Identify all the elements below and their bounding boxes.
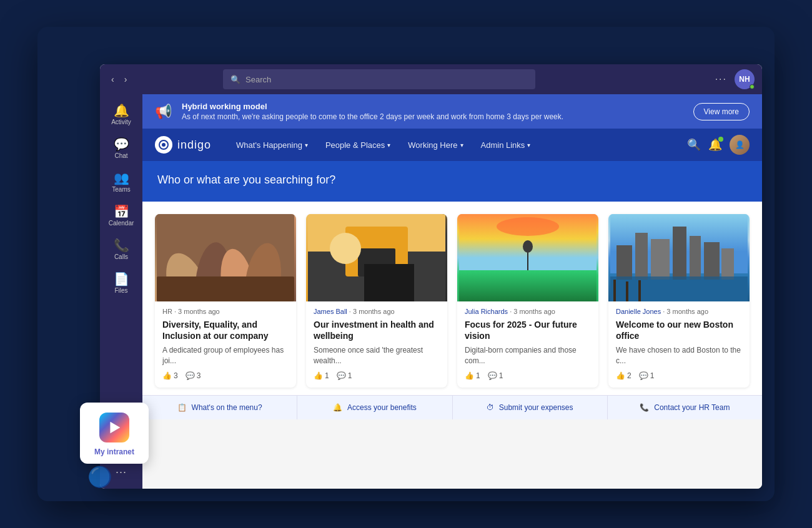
- card-vision[interactable]: Julia Richards · 3 months ago Focus for …: [457, 214, 598, 388]
- card-meta: HR · 3 months ago: [162, 308, 289, 315]
- like-count: 1: [476, 371, 480, 380]
- svg-rect-21: [616, 245, 632, 280]
- title-bar: ‹ › 🔍 ··· NH: [100, 64, 762, 94]
- outer-frame: ‹ › 🔍 ··· NH 🔔 Activity: [37, 27, 775, 501]
- more-options-button[interactable]: ···: [715, 74, 727, 85]
- chevron-down-icon: ▾: [460, 142, 463, 149]
- svg-point-12: [330, 233, 361, 264]
- files-icon: 📄: [114, 273, 129, 285]
- card-author: HR: [162, 308, 172, 315]
- card-author: Danielle Jones: [616, 308, 661, 315]
- comment-icon: 💬: [337, 371, 346, 380]
- card-excerpt: We have chosen to add Boston to the c...: [616, 345, 742, 366]
- sidebar-item-calendar[interactable]: 📅 Calendar: [103, 200, 139, 232]
- comment-icon: 💬: [186, 371, 195, 380]
- comment-count: 1: [499, 371, 503, 380]
- comment-icon: 💬: [488, 371, 497, 380]
- sidebar-item-label: Chat: [114, 152, 127, 159]
- hero-search[interactable]: Who or what are you searching for?: [142, 161, 762, 202]
- nav-whats-happening[interactable]: What's Happening ▾: [229, 135, 315, 155]
- nav-admin-links[interactable]: Admin Links ▾: [473, 135, 538, 155]
- sidebar-item-teams[interactable]: 👥 Teams: [103, 167, 139, 198]
- card-actions: 👍 1 💬 1: [465, 371, 591, 380]
- card-likes: 👍 1: [465, 371, 480, 380]
- nav-links: What's Happening ▾ People & Places ▾ Wor…: [229, 135, 685, 155]
- card-excerpt: Digital-born companies and those com...: [465, 345, 591, 366]
- user-initials: NH: [739, 75, 750, 84]
- back-button[interactable]: ‹: [107, 72, 118, 87]
- card-time: 3 months ago: [666, 308, 708, 315]
- card-likes: 👍 1: [314, 371, 329, 380]
- card-title: Focus for 2025 - Our future vision: [465, 319, 591, 341]
- nav-people-places[interactable]: People & Places ▾: [318, 135, 398, 155]
- chevron-down-icon: ▾: [305, 142, 308, 149]
- comment-count: 3: [197, 371, 201, 380]
- card-excerpt: Someone once said 'the greatest wealth..…: [314, 345, 440, 366]
- sidebar-item-files[interactable]: 📄 Files: [103, 268, 139, 299]
- card-body: HR · 3 months ago Diversity, Equality, a…: [155, 301, 296, 388]
- quick-link-hr[interactable]: 📞 Contact your HR Team: [608, 396, 762, 419]
- notification-button[interactable]: 🔔: [708, 138, 722, 152]
- notification-dot: [718, 137, 723, 142]
- card-actions: 👍 2 💬 1: [616, 371, 742, 380]
- quick-link-menu[interactable]: 📋 What's on the menu?: [142, 396, 297, 419]
- sidebar-item-label: Activity: [111, 119, 131, 125]
- card-comments: 💬 1: [337, 371, 352, 380]
- logo-text: indigo: [177, 139, 211, 152]
- svg-rect-15: [459, 270, 597, 301]
- svg-rect-30: [626, 281, 628, 301]
- card-likes: 👍 2: [616, 371, 631, 380]
- online-indicator: [750, 84, 755, 89]
- nav-working-here[interactable]: Working Here ▾: [400, 135, 470, 155]
- card-diversity[interactable]: HR · 3 months ago Diversity, Equality, a…: [155, 214, 296, 388]
- svg-rect-23: [651, 239, 670, 280]
- sidebar-more-button[interactable]: ···: [111, 461, 132, 484]
- like-icon: 👍: [314, 371, 323, 380]
- announcement-text: Hybrid working model As of next month, w…: [182, 102, 683, 121]
- card-meta: James Ball · 3 months ago: [314, 308, 440, 315]
- search-icon-button[interactable]: 🔍: [687, 138, 701, 152]
- quick-link-benefits[interactable]: 🔔 Access your benefits: [297, 396, 452, 419]
- chevron-down-icon: ▾: [387, 142, 390, 149]
- nav-user-avatar[interactable]: 👤: [730, 135, 750, 155]
- card-likes: 👍 3: [162, 371, 178, 380]
- forward-button[interactable]: ›: [121, 72, 131, 87]
- like-count: 1: [325, 371, 329, 380]
- hr-icon: 📞: [640, 403, 649, 412]
- sidebar-item-calls[interactable]: 📞 Calls: [103, 234, 139, 265]
- card-boston[interactable]: Danielle Jones · 3 months ago Welcome to…: [608, 214, 750, 388]
- quick-link-expenses[interactable]: ⏱ Submit your expenses: [453, 396, 608, 419]
- card-meta: Julia Richards · 3 months ago: [465, 308, 591, 315]
- quick-links-bar: 📋 What's on the menu? 🔔 Access your bene…: [142, 395, 762, 419]
- card-author: James Ball: [314, 308, 347, 315]
- card-actions: 👍 1 💬 1: [314, 371, 440, 380]
- card-health[interactable]: James Ball · 3 months ago Our investment…: [306, 214, 447, 388]
- svg-rect-22: [635, 233, 648, 280]
- title-search-bar[interactable]: 🔍: [223, 69, 535, 89]
- menu-icon: 📋: [177, 403, 187, 412]
- view-more-button[interactable]: View more: [693, 103, 750, 120]
- like-icon: 👍: [465, 371, 474, 380]
- svg-marker-32: [110, 422, 120, 434]
- office-illustration: [306, 214, 447, 301]
- card-image-boston: [608, 214, 750, 301]
- card-excerpt: A dedicated group of employees has joi..…: [162, 345, 289, 366]
- svg-point-16: [497, 217, 559, 236]
- card-body: James Ball · 3 months ago Our investment…: [306, 301, 447, 388]
- search-input[interactable]: [245, 75, 528, 84]
- user-avatar[interactable]: NH: [735, 69, 755, 89]
- logo-circle: [155, 136, 172, 154]
- svg-rect-26: [704, 242, 720, 280]
- card-meta: Danielle Jones · 3 months ago: [616, 308, 742, 315]
- card-actions: 👍 3 💬 3: [162, 371, 289, 380]
- svg-rect-25: [690, 236, 701, 280]
- activity-icon: 🔔: [114, 104, 129, 117]
- intranet-logo-small: indigo: [155, 136, 211, 154]
- card-image-hands: [155, 214, 296, 301]
- sidebar-item-activity[interactable]: 🔔 Activity: [103, 99, 139, 130]
- sidebar-item-chat[interactable]: 💬 Chat: [103, 133, 139, 164]
- intranet-popup-label: My intranet: [94, 447, 134, 456]
- comment-icon: 💬: [639, 371, 648, 380]
- intranet-popup-card[interactable]: My intranet: [80, 403, 149, 464]
- nav-link-label: What's Happening: [236, 140, 302, 150]
